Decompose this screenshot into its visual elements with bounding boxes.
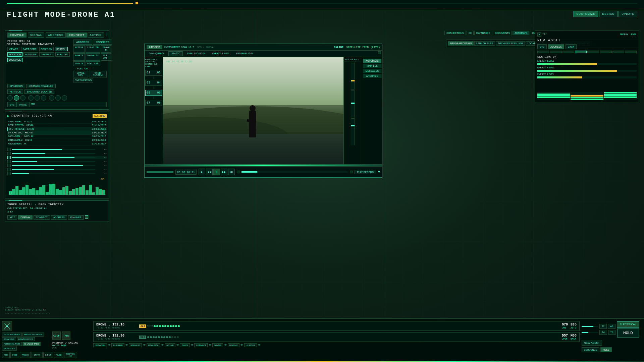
- scam-log-tab[interactable]: SCAM.LOG: [2, 337, 16, 341]
- invite-bottom-btn[interactable]: INVITE: [180, 343, 190, 347]
- num-btn-07-08[interactable]: 07 08: [145, 100, 162, 106]
- signal-btn[interactable]: SIGNAL: [28, 33, 44, 38]
- play-btn[interactable]: ▶: [199, 169, 205, 175]
- slider-bar-3[interactable]: [12, 157, 95, 158]
- planner-btn[interactable]: PLANNER: [68, 215, 84, 220]
- slider-bar-5[interactable]: [12, 165, 95, 166]
- viewer-btn[interactable]: VIEWER: [7, 47, 20, 51]
- tabs-btn[interactable]: TABS: [62, 331, 70, 340]
- compile-btn[interactable]: COMPILE: [7, 33, 26, 38]
- connect-bottom-btn[interactable]: CONNECT: [194, 343, 208, 347]
- circle-btn-5[interactable]: [35, 95, 40, 101]
- t2-btn[interactable]: T2: [599, 324, 607, 329]
- altitude-ctrl-btn[interactable]: ALTITUDE: [7, 89, 23, 94]
- automate-vid-btn[interactable]: AUTOMATE: [363, 59, 381, 63]
- connect2-btn[interactable]: CONNECT: [93, 40, 112, 45]
- archives-btn[interactable]: ARCHIVES SCAM.LOG: [496, 41, 525, 46]
- active-status[interactable]: ACTIVE: [73, 45, 85, 53]
- address-bottom-btn[interactable]: ADDRESS: [129, 343, 142, 347]
- static-tab[interactable]: STATIC: [168, 51, 183, 56]
- location-status[interactable]: LOCATION: [86, 45, 100, 53]
- video-progress-bar[interactable]: [241, 171, 348, 173]
- invite-bottom-btn[interactable]: INVITE: [17, 102, 29, 107]
- raw-data-btn[interactable]: RAW DATA: [147, 343, 160, 347]
- automate-tab[interactable]: AUTOMATE: [513, 31, 529, 35]
- circle-btn-7[interactable]: [49, 95, 54, 101]
- documents-tab[interactable]: DOCUMENTS: [493, 31, 512, 35]
- dart-core-btn[interactable]: DART CORE: [21, 47, 38, 51]
- new-asset-bottom-btn[interactable]: NEW ASSET: [582, 340, 602, 346]
- epicenter-btn[interactable]: EPICENTER LOCATED: [24, 89, 54, 94]
- connections-tab[interactable]: CONNECTIONS: [444, 31, 466, 35]
- back-rp-btn[interactable]: BACK: [566, 44, 577, 49]
- vert-slider-2[interactable]: [351, 90, 355, 117]
- close-btn-x[interactable]: ✕: [537, 33, 541, 37]
- energy-level-tab[interactable]: ENERGY LEVEL: [209, 51, 232, 56]
- slider-bar-1[interactable]: [12, 149, 95, 150]
- address-rp-btn[interactable]: ADDRESS: [548, 44, 564, 49]
- fuel-cel2-status[interactable]: FUEL CEL: [86, 61, 100, 66]
- slider-bar-t5[interactable]: [582, 332, 598, 333]
- display-bottom-btn[interactable]: DISPLAY: [228, 343, 239, 347]
- circle-btn-4[interactable]: [28, 95, 34, 101]
- slider-bar-2[interactable]: [12, 153, 95, 154]
- circle-btn-1[interactable]: [7, 95, 13, 101]
- databases-tab[interactable]: DATABASES: [474, 31, 492, 35]
- space-drv-btn[interactable]: SPACE DRV: [73, 71, 88, 77]
- circle-btn-6[interactable]: [41, 95, 46, 101]
- t5-btn[interactable]: T5: [608, 330, 615, 335]
- address-id-btn[interactable]: ADDRESS: [51, 215, 67, 220]
- entry-tab[interactable]: ENTRY: [32, 352, 42, 358]
- personal-tabs-tab[interactable]: PERSONAL TABS: [2, 342, 22, 346]
- data-row-3[interactable]: DF-CAM COD: MR.457 03/11/2017: [7, 131, 107, 135]
- active-bottom-btn[interactable]: ACTIVE: [165, 343, 175, 347]
- update-button[interactable]: UPDATE: [619, 11, 637, 17]
- location-nav-btn[interactable]: LOCATION: [7, 52, 22, 57]
- slider-bar-7[interactable]: [12, 173, 95, 174]
- launch-btn[interactable]: LAUNCH FILES: [474, 41, 495, 46]
- proxy-tab[interactable]: PROXY: [20, 352, 31, 358]
- display-btn[interactable]: DISPLAY: [18, 215, 33, 220]
- circle-btn-3[interactable]: [20, 95, 25, 101]
- archives-vid-btn[interactable]: ARCHIVES: [363, 74, 381, 78]
- num-btn-03-04[interactable]: 03 04: [145, 80, 162, 86]
- user-location-tab[interactable]: USER LOCATION: [184, 51, 208, 56]
- a6-btn[interactable]: A6: [608, 324, 615, 329]
- electrical-btn[interactable]: ELECTRICAL: [617, 321, 639, 327]
- conf-btn[interactable]: CONF: [52, 331, 61, 340]
- vert-slider-1[interactable]: [351, 63, 355, 89]
- hold-btn[interactable]: HOLD: [617, 328, 639, 338]
- skip-btn[interactable]: ⏭: [228, 169, 235, 175]
- messages-vid-btn[interactable]: MESSAGES: [363, 69, 381, 73]
- play-record-btn[interactable]: PLAY RECORD: [355, 170, 376, 174]
- assets-status[interactable]: ASSETS: [73, 53, 85, 61]
- distance-traveled-btn[interactable]: DISTANCE TRAVELED: [26, 84, 56, 88]
- network-btn[interactable]: NETWORK: [93, 343, 107, 347]
- pause-btn[interactable]: ⏸: [213, 169, 220, 175]
- slider-bar-t2[interactable]: [582, 326, 598, 327]
- distance-btn[interactable]: DISTANCE: [7, 58, 22, 62]
- bys-rp-btn[interactable]: BYS: [537, 44, 547, 49]
- drone-a1-2-status[interactable]: DRONE A1: [86, 53, 100, 61]
- altitude-btn[interactable]: ALTITUDE: [23, 52, 38, 57]
- wind-system-btn[interactable]: WIND SYSTEM: [89, 71, 107, 77]
- lighting-pics-tab[interactable]: LIGHTING PICS: [17, 337, 35, 341]
- address-btn[interactable]: ADDRESS: [46, 33, 66, 38]
- rewind-btn[interactable]: ◀◀: [206, 169, 213, 175]
- fuel-del-btn[interactable]: FUEL DEL: [55, 52, 70, 57]
- position-btn[interactable]: POSITION: [39, 47, 54, 51]
- active-btn[interactable]: ACTIVE: [88, 33, 104, 38]
- slider-bar-6[interactable]: [12, 169, 95, 170]
- circle-btn-8[interactable]: [55, 95, 61, 101]
- num-btn-05-06[interactable]: 05 06: [145, 90, 162, 96]
- design-button[interactable]: DESIGN: [599, 11, 618, 17]
- forward-btn[interactable]: ▶▶: [221, 169, 227, 175]
- fuel-cel-status[interactable]: FUEL CEL.: [101, 53, 111, 61]
- xx-tab[interactable]: XX: [467, 31, 474, 35]
- vert-slider-3[interactable]: [351, 118, 355, 145]
- slider-bar-4[interactable]: [12, 161, 95, 162]
- messages-tab[interactable]: MESSAGES: [2, 347, 17, 351]
- ux-mode-btn[interactable]: UX MODE: [244, 343, 257, 347]
- power-btn[interactable]: POWER: [212, 343, 223, 347]
- connect-btn[interactable]: CONNECT: [66, 33, 87, 38]
